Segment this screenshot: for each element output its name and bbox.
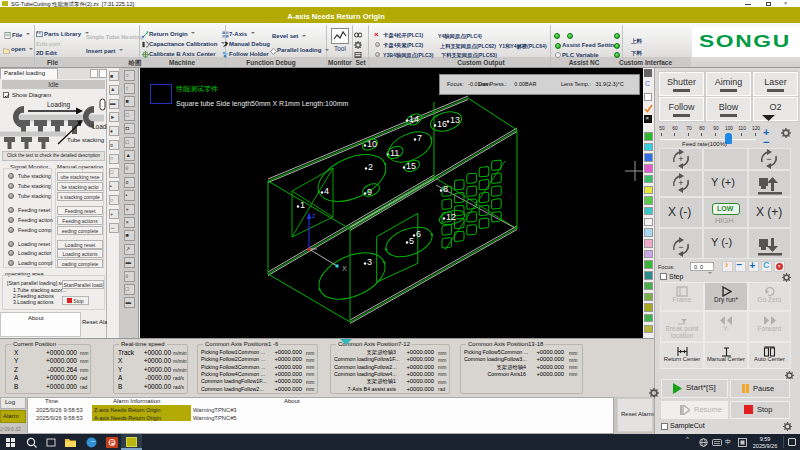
svg-text:14: 14 [409,114,419,124]
svg-text:6: 6 [416,229,421,239]
svg-text:15: 15 [406,161,416,171]
svg-text:+: + [678,154,683,164]
svg-text:1: 1 [300,200,305,210]
svg-text:13: 13 [450,115,460,125]
svg-text:X: X [342,265,347,272]
svg-text:10: 10 [367,139,377,149]
svg-text:−: − [678,242,683,252]
svg-text:7: 7 [417,133,422,143]
svg-text:9: 9 [367,187,372,197]
svg-text:11: 11 [390,148,399,158]
svg-text:3: 3 [367,257,372,267]
svg-text:Loading: Loading [47,101,71,109]
svg-text:Tube stacking: Tube stacking [67,137,104,143]
svg-text:−: − [766,154,771,164]
svg-text:z: z [312,212,316,219]
svg-text:12: 12 [446,212,456,222]
svg-text:16: 16 [437,119,447,129]
svg-text:8: 8 [443,184,448,194]
svg-text:P: P [110,439,115,446]
svg-text:5: 5 [409,236,414,246]
svg-text:4: 4 [324,186,329,196]
svg-text:2: 2 [368,162,373,172]
svg-text:+: + [678,178,683,188]
svg-text:Loader: Loader [92,123,107,130]
